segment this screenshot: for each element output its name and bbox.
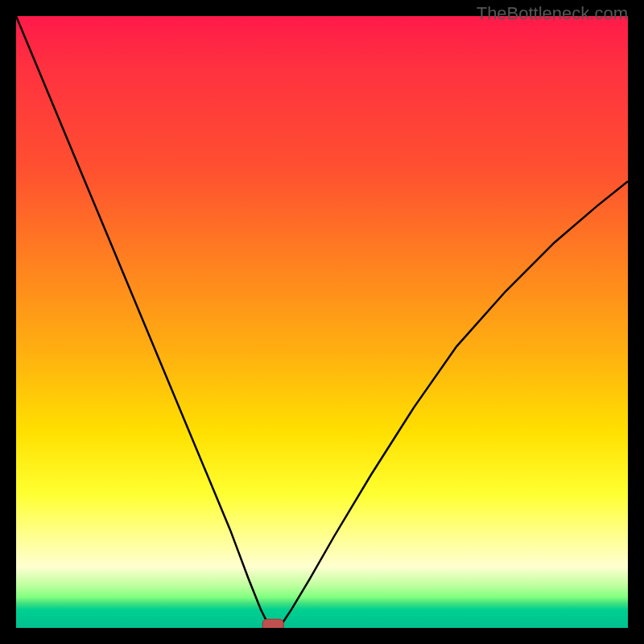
chart-svg	[16, 16, 628, 628]
chart-plot-area	[16, 16, 628, 628]
bottleneck-curve	[16, 16, 628, 628]
watermark-text: TheBottleneck.com	[477, 3, 628, 24]
optimal-point-marker	[262, 619, 283, 628]
